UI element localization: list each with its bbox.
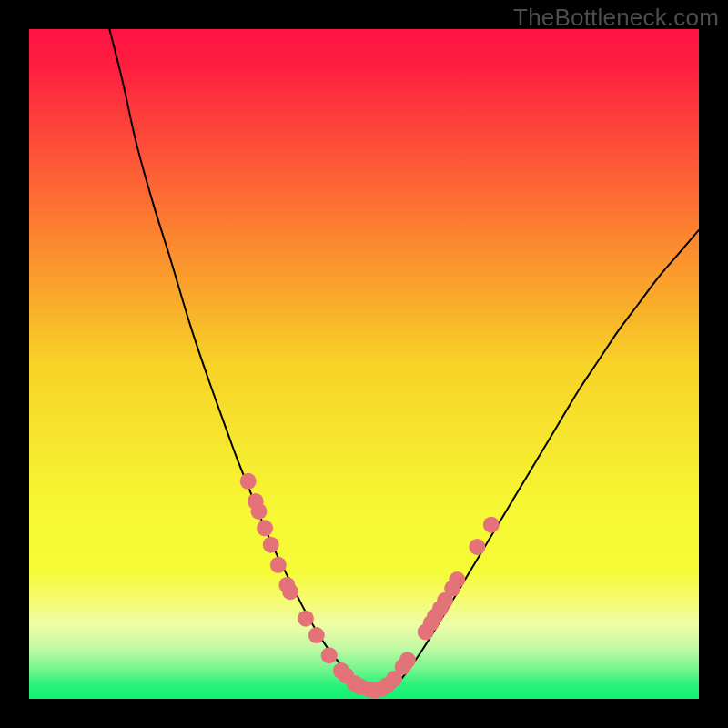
gradient-background <box>29 29 699 699</box>
data-marker <box>399 652 416 668</box>
data-marker <box>483 517 500 533</box>
data-marker <box>298 611 314 627</box>
data-marker <box>257 520 273 536</box>
bottleneck-chart <box>29 29 699 699</box>
data-marker <box>308 627 325 643</box>
chart-frame: TheBottleneck.com <box>0 0 728 728</box>
data-marker <box>282 583 298 600</box>
data-marker <box>449 571 465 588</box>
data-marker <box>469 539 485 555</box>
data-marker <box>240 473 257 490</box>
data-marker <box>270 557 287 573</box>
data-marker <box>250 503 267 520</box>
data-marker <box>263 537 279 553</box>
data-marker <box>321 647 338 663</box>
watermark-text: TheBottleneck.com <box>513 4 719 32</box>
